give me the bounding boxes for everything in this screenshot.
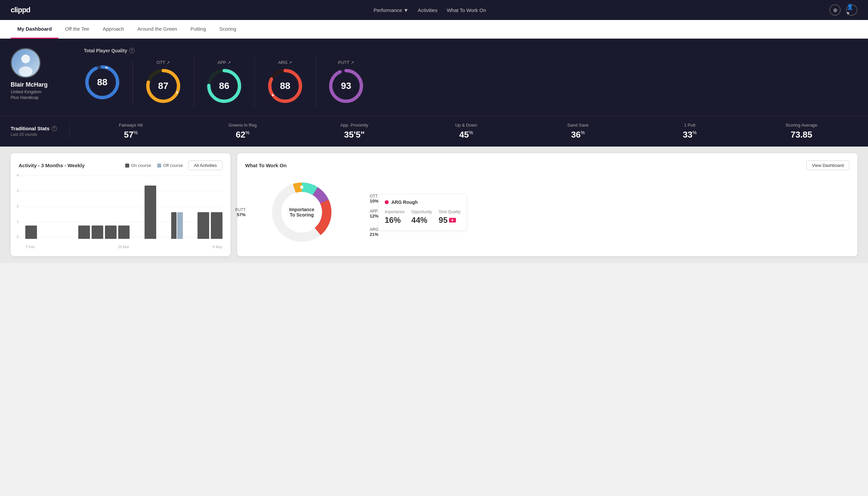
gauge-value-putt: 93 — [341, 81, 351, 91]
bar-group — [105, 226, 116, 239]
activity-chart-title: Activity - 3 Months - Weekly — [19, 162, 84, 168]
gauges-row: 88 OTT ↗ 87 — [84, 57, 857, 108]
bars-container — [25, 175, 222, 239]
bar-on-course — [198, 212, 209, 239]
bar-on-course — [78, 226, 90, 239]
nav-activities[interactable]: Activities — [418, 7, 437, 13]
trad-label: Traditional Stats ? Last 20 rounds — [11, 126, 64, 137]
donut-label-ott: OTT 10% — [370, 194, 378, 203]
stat-sand-save: Sand Save 36% — [522, 123, 634, 140]
arg-rough-card: ARG Rough Importance 16% Opportunity 44%… — [378, 194, 467, 231]
stat-app-proximity: App. Proximity 35'5" — [298, 123, 410, 140]
chart-legend: On course Off course — [125, 163, 183, 168]
profile-area: Blair McHarg United Kingdom Plus Handica… — [11, 48, 84, 100]
tab-off-the-tee[interactable]: Off the Tee — [58, 20, 96, 38]
gauge-circle-arg: 88 — [267, 68, 303, 104]
tab-my-dashboard[interactable]: My Dashboard — [11, 20, 58, 38]
activity-panel-header: Activity - 3 Months - Weekly On course O… — [19, 160, 222, 170]
gauge-arg: ARG ↗ 88 — [255, 57, 316, 108]
donut-right-labels: OTT 10% APP 12% ARG 21% — [370, 194, 378, 237]
all-activities-button[interactable]: All Activities — [188, 160, 222, 170]
bar-on-course — [105, 226, 116, 239]
info-card-stats-row: Importance 16% Opportunity 44% Shot Qual… — [385, 210, 460, 225]
wtwo-panel-header: What To Work On View Dashboard — [245, 160, 849, 170]
stat-up-down: Up & Down 45% — [410, 123, 522, 140]
bar-off-course — [177, 212, 183, 239]
bar-group — [171, 212, 183, 239]
stats-area: Total Player Quality ? 88 — [84, 48, 857, 108]
svg-point-21 — [300, 186, 303, 189]
bottom-panels: Activity - 3 Months - Weekly On course O… — [0, 146, 868, 263]
tab-putting[interactable]: Putting — [184, 20, 213, 38]
view-dashboard-button[interactable]: View Dashboard — [806, 160, 849, 170]
gauge-circle-ott: 87 — [145, 68, 182, 104]
gauge-value-arg: 88 — [280, 81, 290, 91]
add-button[interactable]: ⊕ — [830, 4, 841, 16]
shot-quality-badge: ▼ — [449, 218, 456, 222]
trad-stats-period: Last 20 rounds — [11, 132, 64, 137]
nav-performance[interactable]: Performance ▼ — [374, 7, 409, 13]
wtwo-title: What To Work On — [245, 162, 286, 168]
bar-group — [25, 226, 37, 239]
gauge-app: APP ↗ 86 — [194, 57, 255, 108]
info-card-dot — [385, 200, 389, 204]
gauge-value-total: 88 — [97, 77, 107, 88]
bar-on-course — [25, 226, 37, 239]
x-axis: 7 Feb 28 Mar 9 May — [25, 245, 222, 249]
hero-section: Blair McHarg United Kingdom Plus Handica… — [0, 38, 868, 115]
gauge-putt: PUTT ↗ 93 — [316, 57, 376, 108]
gauge-value-ott: 87 — [158, 81, 168, 91]
profile-country: United Kingdom — [11, 89, 42, 94]
legend-on-course: On course — [125, 163, 151, 168]
gauge-ott: OTT ↗ 87 — [133, 57, 194, 108]
donut-label-arg: ARG 21% — [370, 227, 378, 237]
nav-links: Performance ▼ Activities What To Work On — [374, 7, 486, 13]
bar-on-course — [145, 186, 156, 239]
bar-group — [211, 212, 222, 239]
bar-group — [145, 186, 156, 239]
top-nav: clippd Performance ▼ Activities What To … — [0, 0, 868, 20]
tab-approach[interactable]: Approach — [96, 20, 130, 38]
trad-info-icon[interactable]: ? — [52, 126, 57, 131]
sub-nav: My Dashboard Off the Tee Approach Around… — [0, 20, 868, 38]
tpq-info-icon[interactable]: ? — [129, 48, 135, 53]
bar-group — [78, 226, 90, 239]
ic-stat-opportunity: Opportunity 44% — [411, 210, 432, 225]
nav-right: ⊕ 👤 ▾ — [830, 4, 857, 16]
gauge-label-ott: OTT ↗ — [157, 60, 170, 65]
tpq-label: Total Player Quality ? — [84, 48, 857, 53]
gauge-label-arg: ARG ↗ — [278, 60, 292, 65]
activity-panel: Activity - 3 Months - Weekly On course O… — [11, 153, 231, 256]
gauge-circle-putt: 93 — [328, 68, 364, 104]
bar-on-course — [118, 226, 130, 239]
gauge-total: 88 — [84, 61, 133, 104]
x-label-mid: 28 Mar — [118, 245, 129, 249]
profile-handicap: Plus Handicap — [11, 95, 38, 100]
gauge-label-putt: PUTT ↗ — [338, 60, 354, 65]
ic-stat-importance: Importance 16% — [385, 210, 405, 225]
info-card-title: ARG Rough — [385, 200, 460, 205]
donut-label-app: APP 12% — [370, 209, 378, 218]
tab-scoring[interactable]: Scoring — [212, 20, 243, 38]
x-label-end: 9 May — [212, 245, 222, 249]
donut-center-text: Importance To Scoring — [289, 207, 314, 218]
x-label-start: 7 Feb — [25, 245, 35, 249]
donut-chart: Importance To Scoring — [265, 175, 338, 249]
trad-divider — [69, 123, 69, 140]
bar-group — [198, 212, 209, 239]
nav-what-to-work-on[interactable]: What To Work On — [447, 7, 486, 13]
avatar — [11, 48, 41, 78]
bar-chart-area: 4 3 2 1 0 7 Feb 28 Mar 9 May — [19, 175, 222, 249]
traditional-stats: Traditional Stats ? Last 20 rounds Fairw… — [0, 115, 868, 146]
gauge-circle-app: 86 — [206, 68, 242, 104]
gauge-label-app: APP ↗ — [218, 60, 231, 65]
gauge-circle-total: 88 — [84, 64, 121, 100]
bar-group — [118, 226, 130, 239]
bar-on-course — [171, 212, 176, 239]
gauge-value-app: 86 — [219, 81, 229, 91]
user-menu-button[interactable]: 👤 ▾ — [846, 4, 857, 16]
logo: clippd — [11, 6, 30, 14]
donut-label-putt: PUTT 57% — [235, 207, 246, 217]
trad-stats-title: Traditional Stats ? — [11, 126, 64, 131]
tab-around-the-green[interactable]: Around the Green — [130, 20, 184, 38]
